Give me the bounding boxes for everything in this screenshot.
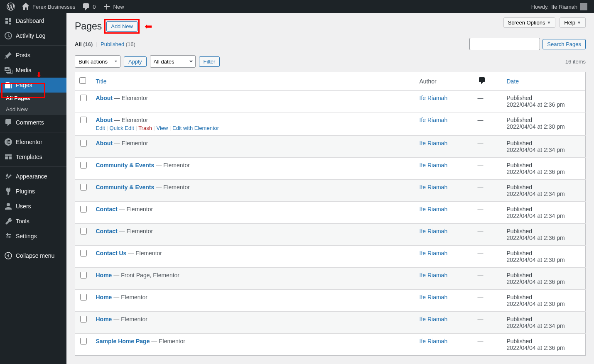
page-state: — Elementor: [150, 338, 185, 344]
sidebar-item-elementor[interactable]: Elementor: [0, 134, 66, 149]
author-link[interactable]: Ife Riamah: [420, 117, 448, 123]
sidebar-item-collapse[interactable]: Collapse menu: [0, 248, 66, 263]
author-link[interactable]: Ife Riamah: [420, 206, 448, 213]
page-title-link[interactable]: Sample Home Page: [96, 338, 150, 344]
author-link[interactable]: Ife Riamah: [420, 272, 448, 278]
author-link[interactable]: Ife Riamah: [420, 95, 448, 101]
row-checkbox[interactable]: [80, 228, 87, 235]
sidebar-item-appearance[interactable]: Appearance: [0, 169, 66, 184]
sidebar-item-users[interactable]: Users: [0, 199, 66, 214]
page-title-link[interactable]: About: [96, 95, 113, 101]
row-checkbox[interactable]: [80, 206, 87, 213]
row-checkbox[interactable]: [80, 316, 87, 322]
new-link[interactable]: New: [99, 0, 128, 13]
row-checkbox[interactable]: [80, 140, 87, 147]
screen-options-button[interactable]: Screen Options▼: [503, 17, 556, 28]
no-comments: —: [478, 140, 484, 147]
search-input[interactable]: [469, 38, 540, 50]
sidebar-sub-all-pages[interactable]: All Pages: [0, 93, 66, 104]
svg-rect-3: [8, 142, 10, 142]
action-edit[interactable]: Edit: [96, 125, 105, 131]
action-trash[interactable]: Trash: [138, 125, 152, 131]
sidebar-sub-pages: All Pages Add New: [0, 93, 66, 115]
page-title-link[interactable]: About: [96, 140, 113, 147]
column-title[interactable]: Title: [92, 72, 415, 90]
row-actions: Edit | Quick Edit | Trash | View | Edit …: [96, 125, 411, 131]
sidebar-item-templates[interactable]: Templates: [0, 149, 66, 164]
help-button[interactable]: Help▼: [560, 17, 586, 28]
comments-link[interactable]: 0: [79, 0, 99, 13]
page-title-link[interactable]: Contact Us: [96, 250, 127, 257]
table-row: Community & Events — ElementorIfe Riamah…: [75, 158, 586, 180]
column-date[interactable]: Date: [503, 72, 586, 90]
no-comments: —: [478, 250, 484, 257]
action-view[interactable]: View: [157, 125, 168, 131]
row-checkbox[interactable]: [80, 338, 87, 344]
author-link[interactable]: Ife Riamah: [420, 184, 448, 191]
site-name: Ferex Businesses: [32, 4, 75, 10]
wp-logo[interactable]: [3, 0, 18, 13]
date-text: 2022/04/04 at 2:34 pm: [507, 191, 565, 197]
page-title-link[interactable]: Home: [96, 316, 112, 322]
date-text: 2022/04/04 at 2:36 pm: [507, 278, 565, 285]
sidebar-item-plugins[interactable]: Plugins: [0, 184, 66, 199]
row-checkbox[interactable]: [80, 184, 87, 191]
date-text: 2022/04/04 at 2:36 pm: [507, 344, 565, 351]
items-count: 16 items: [565, 59, 586, 65]
howdy-prefix: Howdy,: [531, 4, 549, 10]
page-state: — Elementor: [112, 316, 147, 322]
column-comments[interactable]: [474, 72, 503, 90]
no-comments: —: [478, 117, 484, 123]
no-comments: —: [478, 184, 484, 191]
page-title-link[interactable]: Contact: [96, 228, 118, 235]
author-link[interactable]: Ife Riamah: [420, 338, 448, 344]
author-link[interactable]: Ife Riamah: [420, 162, 448, 169]
page-title-link[interactable]: Home: [96, 272, 112, 278]
date-filter-select[interactable]: All dates: [150, 55, 196, 68]
author-link[interactable]: Ife Riamah: [420, 228, 448, 235]
sidebar-item-comments[interactable]: Comments: [0, 115, 66, 130]
view-all[interactable]: All (16): [75, 41, 93, 47]
sidebar-item-activity[interactable]: Activity Log: [0, 28, 66, 43]
table-row: About — ElementorIfe Riamah—Published202…: [75, 90, 586, 112]
wordpress-icon: [7, 2, 15, 11]
page-title-link[interactable]: Contact: [96, 206, 118, 213]
author-link[interactable]: Ife Riamah: [420, 140, 448, 147]
sidebar-item-dashboard[interactable]: Dashboard: [0, 13, 66, 28]
sidebar-item-posts[interactable]: Posts: [0, 48, 66, 63]
author-link[interactable]: Ife Riamah: [420, 250, 448, 257]
sidebar-item-settings[interactable]: Settings: [0, 229, 66, 244]
action-edit-elementor[interactable]: Edit with Elementor: [172, 125, 219, 131]
bulk-actions-select[interactable]: Bulk actions: [75, 55, 120, 68]
row-checkbox[interactable]: [80, 294, 87, 300]
status-text: Published: [507, 162, 533, 169]
account-link[interactable]: Howdy, Ife Riamah: [528, 0, 591, 13]
add-new-button[interactable]: Add New: [106, 21, 137, 32]
no-comments: —: [478, 338, 484, 344]
row-checkbox[interactable]: [80, 250, 87, 257]
users-icon: [4, 202, 12, 210]
filter-button[interactable]: Filter: [199, 56, 220, 67]
page-title-link[interactable]: Community & Events: [96, 162, 155, 169]
apply-button[interactable]: Apply: [124, 56, 147, 67]
author-link[interactable]: Ife Riamah: [420, 294, 448, 300]
row-checkbox[interactable]: [80, 95, 87, 101]
search-button[interactable]: Search Pages: [542, 39, 586, 49]
row-checkbox[interactable]: [80, 272, 87, 278]
view-published[interactable]: Published (16): [101, 41, 135, 47]
action-quick-edit[interactable]: Quick Edit: [110, 125, 134, 131]
author-link[interactable]: Ife Riamah: [420, 316, 448, 322]
page-title-link[interactable]: Home: [96, 294, 112, 300]
sidebar-sub-add-new[interactable]: Add New: [0, 104, 66, 115]
row-checkbox[interactable]: [80, 117, 87, 123]
sidebar-item-media[interactable]: Media: [0, 63, 66, 78]
select-all-header: [75, 72, 92, 90]
page-title-link[interactable]: About: [96, 117, 113, 123]
admin-bar: Ferex Businesses 0 New Howdy, Ife Riamah: [0, 0, 594, 13]
select-all-checkbox[interactable]: [79, 77, 86, 84]
sidebar-item-tools[interactable]: Tools: [0, 214, 66, 229]
site-link[interactable]: Ferex Businesses: [18, 0, 79, 13]
page-title-link[interactable]: Community & Events: [96, 184, 155, 191]
sidebar-item-pages[interactable]: Pages: [0, 78, 66, 93]
row-checkbox[interactable]: [80, 162, 87, 169]
